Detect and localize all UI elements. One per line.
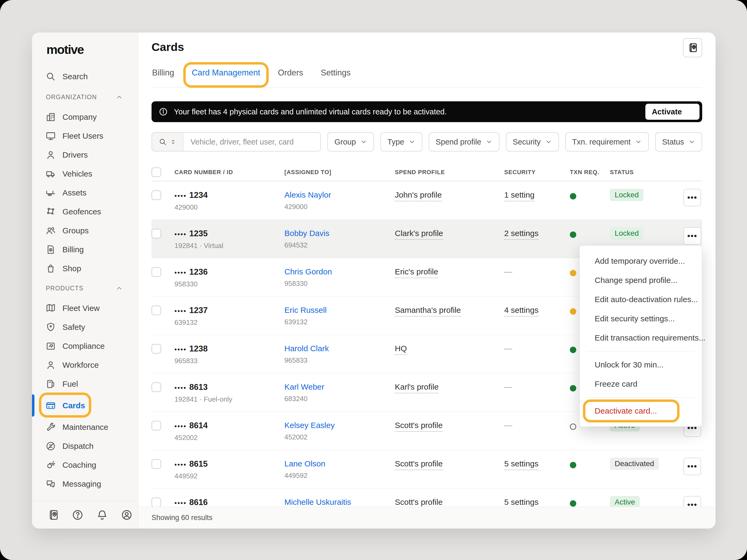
sidebar-item-safety[interactable]: Safety (32, 318, 138, 337)
help-icon[interactable] (72, 509, 84, 521)
assigned-to-link[interactable]: Eric Russell (284, 305, 395, 315)
row-checkbox[interactable] (152, 267, 161, 277)
filter-txn-requirement[interactable]: Txn. requirement (565, 132, 649, 152)
monitor-icon (45, 131, 56, 141)
table-row: ••••8615449592Lane Olson449592Scott's pr… (152, 450, 702, 488)
tab-billing[interactable]: Billing (152, 67, 175, 79)
row-checkbox[interactable] (152, 190, 161, 200)
card-number-cell: ••••1234429000 (175, 181, 284, 211)
tab-orders[interactable]: Orders (277, 67, 304, 79)
map-book-icon[interactable] (47, 509, 59, 521)
sidebar-item-search[interactable]: Search (32, 66, 138, 87)
filter-group[interactable]: Group (327, 132, 374, 152)
card-number: ••••8616 (175, 498, 284, 507)
select-all-checkbox[interactable] (152, 167, 161, 177)
filter-status[interactable]: Status (655, 132, 702, 152)
tab-settings[interactable]: Settings (320, 67, 351, 79)
sidebar-item-maintenance[interactable]: Maintenance (32, 418, 138, 436)
sidebar-item-messaging[interactable]: Messaging (32, 474, 138, 494)
sidebar-item-fuel[interactable]: Fuel (32, 374, 138, 393)
assigned-to-link[interactable]: Karl Weber (284, 382, 395, 392)
sidebar-item-label: Assets (62, 188, 86, 197)
menu-item-edit-transaction-requirements[interactable]: Edit transaction requirements... (580, 328, 702, 347)
card-number: ••••8613 (175, 382, 284, 392)
spend-profile-link[interactable]: Karl's profile (395, 382, 439, 393)
assigned-to-link[interactable]: Kelsey Easley (284, 421, 395, 430)
sidebar-item-coaching[interactable]: Coaching (32, 455, 138, 474)
sidebar-item-workforce[interactable]: Workforce (32, 355, 138, 374)
filter-security[interactable]: Security (506, 132, 559, 152)
sidebar-item-drivers[interactable]: Drivers (32, 145, 138, 164)
sidebar-item-label: Geofences (62, 207, 101, 216)
activate-button[interactable]: Activate (645, 104, 699, 120)
sidebar-item-billing[interactable]: Billing (32, 240, 138, 259)
sidebar-item-shop[interactable]: Shop (32, 259, 138, 278)
assigned-to-link[interactable]: Michelle Uskuraitis (284, 498, 395, 507)
tab-card-management[interactable]: Card Management (191, 67, 261, 79)
row-checkbox[interactable] (152, 344, 161, 354)
sidebar-item-fleet-users[interactable]: Fleet Users (32, 126, 138, 145)
security-empty: — (504, 382, 512, 391)
row-checkbox[interactable] (152, 459, 161, 469)
menu-item-label: Deactivate card... (595, 406, 657, 415)
row-checkbox[interactable] (152, 498, 161, 507)
search-scope-control[interactable] (152, 133, 184, 151)
txn-req-green-dot (570, 347, 576, 353)
sidebar-item-geofences[interactable]: Geofences (32, 202, 138, 221)
spend-profile-cell: John's profile (395, 181, 504, 201)
menu-item-edit-auto-deactivation-rules[interactable]: Edit auto-deactivation rules... (580, 290, 702, 309)
filter-spend-profile[interactable]: Spend profile (429, 132, 499, 152)
card-id: 192841 · Virtual (175, 242, 284, 250)
row-checkbox-cell (152, 258, 175, 277)
spend-profile-link[interactable]: Eric's profile (395, 267, 438, 278)
assigned-to-link[interactable]: Alexis Naylor (284, 190, 395, 199)
row-checkbox[interactable] (152, 305, 161, 315)
filter-type[interactable]: Type (381, 132, 422, 152)
row-actions-button[interactable]: ••• (684, 227, 701, 245)
sidebar-item-vehicles[interactable]: Vehicles (32, 164, 138, 183)
card-number-cell: ••••8615449592 (175, 450, 284, 480)
assigned-to-link[interactable]: Lane Olson (284, 459, 395, 468)
sidebar-section-organization[interactable]: ORGANIZATION (32, 87, 138, 107)
menu-item-change-spend-profile[interactable]: Change spend profile... (580, 271, 702, 290)
sidebar-item-cards[interactable]: Cards (32, 396, 138, 415)
card-map-button[interactable] (683, 38, 702, 57)
sidebar-item-groups[interactable]: Groups (32, 221, 138, 240)
assigned-to-link[interactable]: Harold Clark (284, 344, 395, 353)
row-actions-button[interactable]: ••• (684, 458, 701, 475)
menu-item-deactivate-card[interactable]: Deactivate card... (580, 401, 702, 421)
row-checkbox[interactable] (152, 229, 161, 238)
menu-item-unlock-for-30-min[interactable]: Unlock for 30 min... (580, 355, 702, 374)
spend-profile-link[interactable]: HQ (395, 344, 407, 355)
sidebar-section-products[interactable]: PRODUCTS (32, 278, 138, 299)
shield-icon (45, 322, 56, 332)
spend-profile-link[interactable]: Clark's profile (395, 229, 443, 240)
row-checkbox-cell (152, 450, 175, 469)
user-icon[interactable] (121, 509, 133, 521)
menu-item-freeze-card[interactable]: Freeze card (580, 374, 702, 394)
security-link[interactable]: 5 settings (504, 459, 538, 470)
sidebar-item-assets[interactable]: Assets (32, 183, 138, 202)
sidebar-item-fleet-view[interactable]: Fleet View (32, 299, 138, 318)
row-actions-button[interactable]: ••• (684, 189, 701, 206)
spend-profile-link[interactable]: Samantha's profile (395, 305, 461, 317)
spend-profile-link[interactable]: John's profile (395, 190, 442, 201)
menu-item-add-temporary-override[interactable]: Add temporary override... (580, 251, 702, 271)
spend-profile-link[interactable]: Scott's profile (395, 459, 443, 470)
row-checkbox[interactable] (152, 421, 161, 430)
menu-item-edit-security-settings[interactable]: Edit security settings... (580, 309, 702, 328)
security-link[interactable]: 1 setting (504, 190, 534, 201)
sidebar-item-company[interactable]: Company (32, 107, 138, 126)
search-input[interactable] (184, 133, 320, 151)
select-all-checkbox-cell (152, 167, 175, 177)
assigned-to-link[interactable]: Bobby Davis (284, 229, 395, 238)
sidebar-item-compliance[interactable]: Compliance (32, 337, 138, 355)
bell-icon[interactable] (96, 509, 108, 521)
spend-profile-link[interactable]: Scott's profile (395, 421, 443, 432)
row-checkbox[interactable] (152, 382, 161, 392)
assigned-to-link[interactable]: Chris Gordon (284, 267, 395, 276)
security-link[interactable]: 4 settings (504, 305, 538, 317)
menu-item-label: Edit transaction requirements... (595, 334, 705, 342)
sidebar-item-dispatch[interactable]: Dispatch (32, 436, 138, 455)
security-link[interactable]: 2 settings (504, 229, 538, 240)
